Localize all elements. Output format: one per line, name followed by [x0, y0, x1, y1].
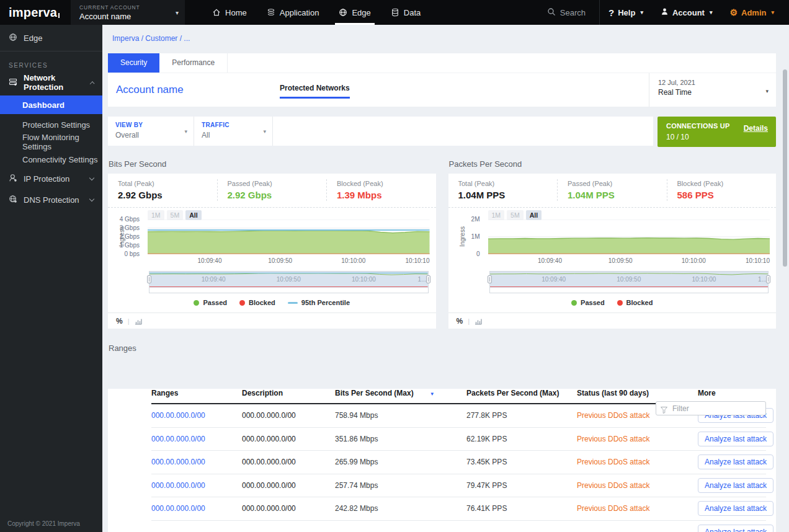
analyze-last-attack-button[interactable]: Analyze last attack	[698, 478, 773, 493]
sidebar-item-flow-monitoring-settings[interactable]: Flow Monitoring Settings	[0, 133, 102, 151]
y-axis-tick-label: 2 Gbps	[120, 234, 140, 240]
column-header-bps[interactable]: Bits Per Second (Max)▼	[335, 389, 466, 397]
percent-toggle-icon[interactable]: %	[116, 317, 123, 326]
traffic-value: All	[202, 131, 265, 140]
table-row: 000.00.000.0/00000.00.000.0/00351.86 Mbp…	[151, 428, 766, 451]
table-row: Analyze last attack	[151, 521, 766, 532]
home-icon	[212, 8, 221, 17]
column-header-ranges[interactable]: Ranges	[151, 389, 242, 397]
scrubber-tick-label: 10:09:40	[202, 276, 226, 283]
chart-scrubber[interactable]: 10:09:4010:09:5010:10:001...	[489, 271, 769, 293]
scrubber-handle-left[interactable]	[147, 275, 151, 283]
sidebar-group-dns-protection[interactable]: DNS Protection	[0, 189, 102, 210]
breadcrumb[interactable]: Imperva / Customer / ...	[102, 25, 789, 53]
connections-details-link[interactable]: Details	[744, 124, 768, 133]
range-button-all[interactable]: All	[526, 210, 542, 220]
chart-scrubber[interactable]: 10:09:4010:09:5010:10:001...	[149, 271, 429, 293]
stat-value: 1.39 Mbps	[337, 190, 426, 200]
range-link[interactable]: 000.00.000.0/00	[151, 504, 242, 513]
y-axis-tick-label: 3 Gbps	[120, 225, 140, 231]
column-header-description[interactable]: Description	[242, 389, 335, 397]
percent-toggle-icon[interactable]: %	[457, 317, 463, 326]
help-menu[interactable]: ? Help ▾	[600, 0, 652, 25]
scrubber-selection[interactable]: 10:09:4010:09:5010:10:001...	[490, 272, 769, 288]
nav-item-edge[interactable]: Edge	[329, 0, 380, 25]
chevron-down-icon: ▾	[263, 128, 266, 135]
traffic-select[interactable]: TRAFFIC All ▾	[194, 117, 273, 146]
nav-item-data[interactable]: Data	[381, 0, 430, 25]
range-button-5m[interactable]: 5M	[507, 210, 524, 220]
status-link[interactable]: Previous DDoS attack	[577, 458, 698, 466]
layers-icon	[267, 8, 275, 17]
nav-item-application[interactable]: Application	[257, 0, 329, 25]
tab-strip: Security Performance	[108, 53, 776, 73]
description-cell: 000.00.000.0/00	[242, 411, 335, 420]
account-menu[interactable]: Account ▾	[652, 0, 721, 25]
nav-label: Home	[225, 8, 247, 17]
subtab-protected-networks[interactable]: Protected Networks	[280, 84, 350, 99]
scrubber-handle-left[interactable]	[488, 275, 492, 283]
bps-cell: 257.74 Mbps	[335, 481, 466, 490]
chart-legend: PassedBlocked	[448, 299, 777, 306]
range-button-5m[interactable]: 5M	[167, 210, 184, 220]
sidebar-group-ip-protection[interactable]: IP Protection	[0, 168, 102, 189]
pps-cell: 73.45K PPS	[466, 458, 577, 466]
status-link[interactable]: Previous DDoS attack	[577, 481, 698, 490]
range-button-1m[interactable]: 1M	[148, 210, 164, 220]
sidebar-item-connectivity-settings[interactable]: Connectivity Settings	[0, 151, 102, 168]
view-by-select[interactable]: VIEW BY Overall ▾	[108, 117, 194, 146]
legend-item-passed[interactable]: Passed	[194, 299, 227, 306]
scrubber-selection[interactable]: 10:09:4010:09:5010:10:001...	[149, 272, 428, 288]
range-link[interactable]: 000.00.000.0/00	[151, 435, 242, 443]
legend-item-passed[interactable]: Passed	[571, 299, 605, 306]
chart-legend: PassedBlocked95th Percentile	[108, 299, 436, 306]
admin-menu[interactable]: ⚙ Admin ▾	[721, 0, 783, 25]
database-icon	[391, 8, 399, 17]
filter-input[interactable]	[656, 401, 766, 415]
y-axis-tick-label: 2M	[471, 216, 480, 223]
status-link[interactable]: Previous DDoS attack	[577, 504, 698, 513]
analyze-last-attack-button[interactable]: Analyze last attack	[698, 501, 773, 516]
legend-dot-swatch	[239, 300, 245, 306]
imperva-logo-mark	[58, 13, 60, 18]
status-link[interactable]: Previous DDoS attack	[577, 435, 698, 443]
range-button-1m[interactable]: 1M	[488, 210, 505, 220]
scrubber-handle-right[interactable]	[426, 275, 430, 283]
legend-line-swatch	[288, 302, 298, 304]
column-header-status[interactable]: Status (last 90 days)	[577, 389, 698, 397]
tab-performance[interactable]: Performance	[159, 53, 228, 73]
tab-security[interactable]: Security	[108, 53, 159, 73]
chart-title: Bits Per Second	[109, 159, 436, 169]
y-axis-tick-label: 1M	[471, 234, 480, 240]
vertical-scrollbar-thumb[interactable]	[783, 69, 787, 267]
legend-item-blocked[interactable]: Blocked	[617, 299, 653, 306]
legend-item-95th-percentile[interactable]: 95th Percentile	[288, 299, 350, 306]
analyze-last-attack-button[interactable]: Analyze last attack	[698, 525, 773, 532]
sidebar-item-dashboard[interactable]: Dashboard	[0, 95, 102, 114]
y-axis-tick-label: 1 Gbps	[120, 242, 140, 249]
search-button[interactable]: Search	[533, 0, 599, 25]
analyze-last-attack-button[interactable]: Analyze last attack	[698, 454, 773, 469]
sidebar-item-edge[interactable]: Edge	[0, 25, 102, 51]
range-link[interactable]: 000.00.000.0/00	[151, 458, 242, 466]
funnel-icon	[661, 405, 667, 416]
time-range-selector[interactable]: 12 Jul, 2021 Real Time ▾	[649, 73, 776, 107]
analyze-last-attack-button[interactable]: Analyze last attack	[698, 432, 773, 446]
current-account-selector[interactable]: CURRENT ACCOUNT Account name ▾	[71, 0, 185, 25]
nav-item-home[interactable]: Home	[202, 0, 257, 25]
column-header-pps[interactable]: Packets Per Second (Max)	[466, 389, 577, 397]
imperva-logo[interactable]: imperva	[0, 0, 71, 25]
legend-item-blocked[interactable]: Blocked	[239, 299, 275, 306]
range-link[interactable]: 000.00.000.0/00	[151, 481, 242, 490]
legend-label: Passed	[581, 299, 605, 306]
legend-dot-swatch	[617, 300, 623, 306]
sidebar-item-protection-settings[interactable]: Protection Settings	[0, 116, 102, 133]
sidebar-group-network-protection[interactable]: Network Protection	[0, 71, 102, 94]
range-button-all[interactable]: All	[185, 210, 201, 220]
range-link[interactable]: 000.00.000.0/00	[151, 411, 242, 420]
scrubber-handle-right[interactable]	[766, 275, 770, 283]
chevron-down-icon: ▾	[765, 88, 769, 94]
sort-descending-icon[interactable]: ▼	[430, 391, 435, 397]
bar-chart-toggle-icon[interactable]	[135, 317, 142, 325]
bar-chart-toggle-icon[interactable]	[475, 317, 482, 325]
